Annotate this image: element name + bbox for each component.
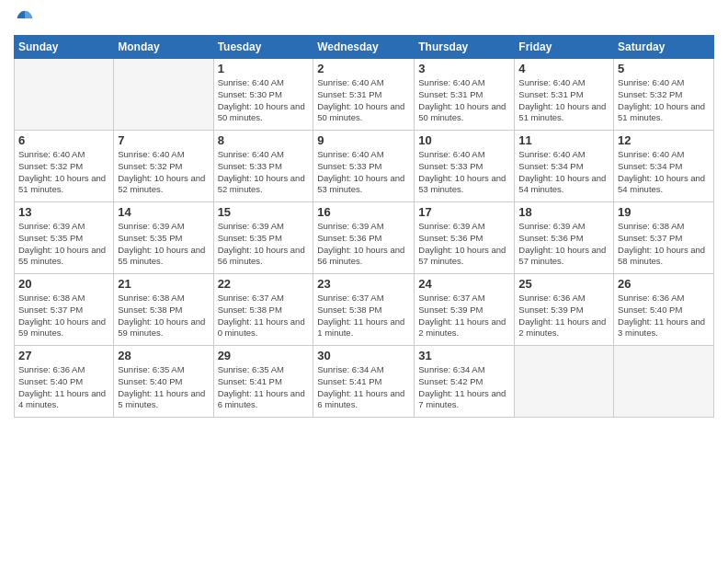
weekday-header-friday: Friday <box>515 36 614 59</box>
week-row-5: 27Sunrise: 6:36 AM Sunset: 5:40 PM Dayli… <box>15 346 714 418</box>
calendar-cell: 20Sunrise: 6:38 AM Sunset: 5:37 PM Dayli… <box>15 274 114 346</box>
day-number: 20 <box>18 277 109 291</box>
day-detail: Sunrise: 6:38 AM Sunset: 5:37 PM Dayligh… <box>618 221 710 268</box>
calendar-cell: 13Sunrise: 6:39 AM Sunset: 5:35 PM Dayli… <box>15 202 114 274</box>
calendar-cell: 7Sunrise: 6:40 AM Sunset: 5:32 PM Daylig… <box>114 131 213 202</box>
day-detail: Sunrise: 6:37 AM Sunset: 5:39 PM Dayligh… <box>418 293 510 339</box>
calendar-cell: 1Sunrise: 6:40 AM Sunset: 5:30 PM Daylig… <box>213 59 313 131</box>
week-row-3: 13Sunrise: 6:39 AM Sunset: 5:35 PM Dayli… <box>15 202 714 274</box>
week-row-1: 1Sunrise: 6:40 AM Sunset: 5:30 PM Daylig… <box>15 59 714 131</box>
calendar-cell: 14Sunrise: 6:39 AM Sunset: 5:35 PM Dayli… <box>114 202 213 274</box>
day-detail: Sunrise: 6:36 AM Sunset: 5:40 PM Dayligh… <box>18 364 109 411</box>
logo-icon <box>16 9 34 28</box>
day-detail: Sunrise: 6:39 AM Sunset: 5:36 PM Dayligh… <box>518 221 609 268</box>
day-detail: Sunrise: 6:40 AM Sunset: 5:31 PM Dayligh… <box>418 77 510 124</box>
calendar-cell: 3Sunrise: 6:40 AM Sunset: 5:31 PM Daylig… <box>415 59 515 131</box>
day-number: 14 <box>118 205 209 219</box>
day-detail: Sunrise: 6:34 AM Sunset: 5:42 PM Dayligh… <box>418 364 510 411</box>
day-detail: Sunrise: 6:40 AM Sunset: 5:33 PM Dayligh… <box>218 149 310 196</box>
calendar-cell: 31Sunrise: 6:34 AM Sunset: 5:42 PM Dayli… <box>415 346 515 418</box>
calendar-cell: 23Sunrise: 6:37 AM Sunset: 5:38 PM Dayli… <box>313 274 415 346</box>
day-number: 18 <box>518 205 609 219</box>
calendar-cell: 25Sunrise: 6:36 AM Sunset: 5:39 PM Dayli… <box>515 274 614 346</box>
weekday-header-thursday: Thursday <box>415 36 515 59</box>
day-detail: Sunrise: 6:40 AM Sunset: 5:34 PM Dayligh… <box>618 149 710 196</box>
day-number: 23 <box>317 277 410 291</box>
logo <box>14 9 34 28</box>
calendar-cell: 10Sunrise: 6:40 AM Sunset: 5:33 PM Dayli… <box>415 131 515 202</box>
calendar-cell: 19Sunrise: 6:38 AM Sunset: 5:37 PM Dayli… <box>614 202 714 274</box>
day-detail: Sunrise: 6:39 AM Sunset: 5:35 PM Dayligh… <box>218 221 310 268</box>
day-number: 19 <box>618 205 710 219</box>
day-number: 29 <box>218 349 310 362</box>
day-detail: Sunrise: 6:37 AM Sunset: 5:38 PM Dayligh… <box>218 293 310 339</box>
day-number: 21 <box>118 277 209 291</box>
day-number: 10 <box>418 133 510 147</box>
calendar-cell: 8Sunrise: 6:40 AM Sunset: 5:33 PM Daylig… <box>213 131 313 202</box>
day-number: 27 <box>18 349 109 362</box>
weekday-header-saturday: Saturday <box>614 36 714 59</box>
day-number: 11 <box>518 133 609 147</box>
day-detail: Sunrise: 6:35 AM Sunset: 5:41 PM Dayligh… <box>218 364 310 411</box>
day-number: 6 <box>18 133 109 147</box>
calendar-cell: 11Sunrise: 6:40 AM Sunset: 5:34 PM Dayli… <box>515 131 614 202</box>
week-row-2: 6Sunrise: 6:40 AM Sunset: 5:32 PM Daylig… <box>15 131 714 202</box>
calendar-cell: 26Sunrise: 6:36 AM Sunset: 5:40 PM Dayli… <box>614 274 714 346</box>
day-detail: Sunrise: 6:40 AM Sunset: 5:32 PM Dayligh… <box>618 77 710 124</box>
day-detail: Sunrise: 6:40 AM Sunset: 5:32 PM Dayligh… <box>118 149 209 196</box>
day-number: 9 <box>317 133 410 147</box>
calendar-cell: 27Sunrise: 6:36 AM Sunset: 5:40 PM Dayli… <box>15 346 114 418</box>
day-detail: Sunrise: 6:39 AM Sunset: 5:36 PM Dayligh… <box>317 221 410 268</box>
day-detail: Sunrise: 6:40 AM Sunset: 5:34 PM Dayligh… <box>518 149 609 196</box>
day-number: 3 <box>418 62 510 75</box>
calendar-cell: 18Sunrise: 6:39 AM Sunset: 5:36 PM Dayli… <box>515 202 614 274</box>
day-number: 2 <box>317 62 410 75</box>
day-number: 4 <box>518 62 609 75</box>
day-detail: Sunrise: 6:39 AM Sunset: 5:36 PM Dayligh… <box>418 221 510 268</box>
calendar-cell: 6Sunrise: 6:40 AM Sunset: 5:32 PM Daylig… <box>15 131 114 202</box>
day-detail: Sunrise: 6:40 AM Sunset: 5:31 PM Dayligh… <box>317 77 410 124</box>
calendar-cell <box>614 346 714 418</box>
calendar-cell <box>114 59 213 131</box>
day-detail: Sunrise: 6:36 AM Sunset: 5:39 PM Dayligh… <box>518 293 609 339</box>
day-number: 13 <box>18 205 109 219</box>
calendar-cell <box>515 346 614 418</box>
weekday-header-row: SundayMondayTuesdayWednesdayThursdayFrid… <box>15 36 714 59</box>
day-detail: Sunrise: 6:38 AM Sunset: 5:37 PM Dayligh… <box>18 293 109 339</box>
week-row-4: 20Sunrise: 6:38 AM Sunset: 5:37 PM Dayli… <box>15 274 714 346</box>
day-number: 8 <box>218 133 310 147</box>
day-detail: Sunrise: 6:40 AM Sunset: 5:31 PM Dayligh… <box>518 77 609 124</box>
day-number: 24 <box>418 277 510 291</box>
day-detail: Sunrise: 6:36 AM Sunset: 5:40 PM Dayligh… <box>618 293 710 339</box>
day-detail: Sunrise: 6:38 AM Sunset: 5:38 PM Dayligh… <box>118 293 209 339</box>
calendar-cell: 9Sunrise: 6:40 AM Sunset: 5:33 PM Daylig… <box>313 131 415 202</box>
day-number: 7 <box>118 133 209 147</box>
day-number: 25 <box>518 277 609 291</box>
day-number: 16 <box>317 205 410 219</box>
day-detail: Sunrise: 6:40 AM Sunset: 5:32 PM Dayligh… <box>18 149 109 196</box>
calendar-cell: 16Sunrise: 6:39 AM Sunset: 5:36 PM Dayli… <box>313 202 415 274</box>
page: SundayMondayTuesdayWednesdayThursdayFrid… <box>0 0 728 563</box>
day-number: 15 <box>218 205 310 219</box>
calendar-cell: 24Sunrise: 6:37 AM Sunset: 5:39 PM Dayli… <box>415 274 515 346</box>
weekday-header-monday: Monday <box>114 36 213 59</box>
day-number: 26 <box>618 277 710 291</box>
calendar-cell: 2Sunrise: 6:40 AM Sunset: 5:31 PM Daylig… <box>313 59 415 131</box>
calendar-cell: 4Sunrise: 6:40 AM Sunset: 5:31 PM Daylig… <box>515 59 614 131</box>
header <box>14 9 714 28</box>
calendar-cell: 17Sunrise: 6:39 AM Sunset: 5:36 PM Dayli… <box>415 202 515 274</box>
day-number: 31 <box>418 349 510 362</box>
day-number: 28 <box>118 349 209 362</box>
day-number: 1 <box>218 62 310 75</box>
calendar-table: SundayMondayTuesdayWednesdayThursdayFrid… <box>14 35 714 418</box>
weekday-header-tuesday: Tuesday <box>213 36 313 59</box>
day-detail: Sunrise: 6:37 AM Sunset: 5:38 PM Dayligh… <box>317 293 410 339</box>
day-detail: Sunrise: 6:39 AM Sunset: 5:35 PM Dayligh… <box>18 221 109 268</box>
day-detail: Sunrise: 6:39 AM Sunset: 5:35 PM Dayligh… <box>118 221 209 268</box>
day-number: 12 <box>618 133 710 147</box>
day-detail: Sunrise: 6:40 AM Sunset: 5:33 PM Dayligh… <box>418 149 510 196</box>
calendar-cell <box>15 59 114 131</box>
day-number: 17 <box>418 205 510 219</box>
calendar-cell: 30Sunrise: 6:34 AM Sunset: 5:41 PM Dayli… <box>313 346 415 418</box>
day-number: 30 <box>317 349 410 362</box>
